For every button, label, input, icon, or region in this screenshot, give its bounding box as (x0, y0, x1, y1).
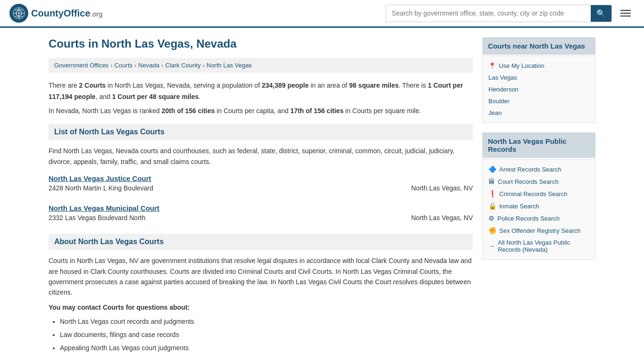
court-item-1: North Las Vegas Justice Court 2428 North… (49, 174, 473, 195)
about-list: North Las Vegas court records and judgme… (49, 315, 473, 354)
search-input[interactable] (386, 6, 591, 21)
stats-rank-end: in Courts per square mile. (344, 107, 421, 115)
stats-mid2: in an area of (309, 82, 349, 89)
stats-rank-capita: 20th of 156 cities (162, 107, 215, 115)
header-right: 🔍 (386, 5, 635, 22)
court-name-1[interactable]: North Las Vegas Justice Court (49, 174, 151, 182)
court-address-1: 2428 North Martin L King Boulevard (49, 184, 153, 192)
stats-rank-intro: In Nevada, North Las Vegas is ranked (49, 107, 162, 115)
main-content: Courts in North Las Vegas, Nevada Govern… (49, 37, 473, 354)
court-city-1: North Las Vegas, NV (411, 184, 473, 192)
court-name-2[interactable]: North Las Vegas Municipal Court (49, 204, 159, 212)
all-records-label: All North Las Vegas Public Records (Neva… (498, 239, 589, 253)
sex-offender-icon: ✊ (488, 227, 496, 234)
sidebar-court-records[interactable]: 🏛 Court Records Search (488, 175, 589, 188)
breadcrumb-clark-county[interactable]: Clark County (165, 62, 201, 69)
about-section-header: About North Las Vegas Courts (49, 234, 473, 250)
search-icon: 🔍 (596, 9, 606, 17)
breadcrumb-sep-1: › (110, 62, 112, 69)
sidebar-public-records-content: 🔷 Arrest Records Search 🏛 Court Records … (482, 159, 595, 260)
arrest-records-label: Arrest Records Search (499, 166, 561, 173)
main-layout: Courts in North Las Vegas, Nevada Govern… (39, 28, 605, 354)
sidebar-police-records[interactable]: ⚙ Police Records Search (488, 212, 589, 224)
page-title: Courts in North Las Vegas, Nevada (49, 37, 473, 50)
arrest-records-icon: 🔷 (488, 165, 496, 173)
sidebar-public-records-section: North Las Vegas Public Records 🔷 Arrest … (482, 132, 595, 260)
sex-offender-label: Sex Offender Registry Search (499, 227, 580, 234)
stats-rank-mid: in Courts per capita, and (215, 107, 290, 115)
stats-intro: There are (49, 82, 79, 89)
about-list-item-3: Appealing North Las Vegas court judgment… (60, 341, 473, 354)
stats-paragraph-1: There are 2 Courts in North Las Vegas, N… (49, 80, 473, 103)
list-section-desc: Find North Las Vegas, Nevada courts and … (49, 146, 473, 167)
sidebar-inmate-search[interactable]: 🔒 Inmate Search (488, 200, 589, 212)
stats-count: 2 Courts (79, 82, 106, 89)
stats-section: There are 2 Courts in North Las Vegas, N… (49, 80, 473, 116)
criminal-records-icon: ❗ (488, 190, 496, 197)
sidebar-all-public-records[interactable]: → All North Las Vegas Public Records (Ne… (488, 237, 589, 255)
court-city-2: North Las Vegas, NV (411, 214, 473, 222)
about-section: About North Las Vegas Courts Courts in N… (49, 234, 473, 354)
breadcrumb-sep-2: › (134, 62, 136, 69)
police-records-icon: ⚙ (488, 214, 495, 222)
breadcrumb-nevada[interactable]: Nevada (138, 62, 159, 69)
logo-text: CountyOffice.org (31, 8, 102, 19)
stats-population: 234,389 people (262, 82, 309, 89)
about-contact-label: You may contact Courts for questions abo… (49, 304, 473, 311)
about-list-item-2: Law documents, filings and case records (60, 328, 473, 341)
sidebar-nearby-boulder[interactable]: Boulder (488, 95, 589, 107)
search-container: 🔍 (386, 5, 612, 22)
list-section: List of North Las Vegas Courts Find Nort… (49, 124, 473, 224)
logo-area[interactable]: CountyOffice.org (9, 4, 102, 23)
site-header: CountyOffice.org 🔍 (0, 0, 644, 28)
search-button[interactable]: 🔍 (591, 5, 611, 22)
court-item-2: North Las Vegas Municipal Court 2332 Las… (49, 204, 473, 224)
court-records-label: Court Records Search (498, 178, 559, 185)
breadcrumb-government-offices[interactable]: Government Offices (54, 62, 108, 69)
stats-comma: , and (96, 93, 112, 100)
breadcrumb: Government Offices › Courts › Nevada › C… (49, 58, 473, 73)
sidebar-arrest-records[interactable]: 🔷 Arrest Records Search (488, 163, 589, 175)
stats-area: 98 square miles (349, 82, 398, 89)
breadcrumb-courts[interactable]: Courts (115, 62, 132, 69)
stats-period: . There is (398, 82, 428, 89)
sidebar-nearby-section: Courts near North Las Vegas 📍 Use My Loc… (482, 37, 595, 123)
inmate-search-icon: 🔒 (488, 202, 496, 210)
police-records-label: Police Records Search (497, 215, 560, 222)
sidebar: Courts near North Las Vegas 📍 Use My Loc… (482, 37, 595, 354)
menu-button[interactable] (617, 8, 635, 18)
stats-mid1: in North Las Vegas, Nevada, serving a po… (106, 82, 262, 89)
breadcrumb-sep-3: › (161, 62, 163, 69)
stats-period2: . (198, 93, 200, 100)
use-location-label: Use My Location (499, 62, 545, 69)
all-records-icon: → (488, 242, 495, 250)
court-address-2: 2332 Las Vegas Boulevard North (49, 214, 145, 222)
court-details-2: 2332 Las Vegas Boulevard North North Las… (49, 214, 473, 222)
list-section-header: List of North Las Vegas Courts (49, 124, 473, 140)
menu-bar-1 (620, 10, 631, 11)
stats-paragraph-2: In Nevada, North Las Vegas is ranked 20t… (49, 106, 473, 117)
sidebar-nearby-content: 📍 Use My Location Las Vegas Henderson Bo… (482, 56, 595, 123)
inmate-search-label: Inmate Search (499, 203, 539, 210)
about-list-item-1: North Las Vegas court records and judgme… (60, 315, 473, 328)
court-details-1: 2428 North Martin L King Boulevard North… (49, 184, 473, 192)
sidebar-nearby-las-vegas[interactable]: Las Vegas (488, 72, 589, 83)
sidebar-nearby-henderson[interactable]: Henderson (488, 83, 589, 95)
about-text: Courts in North Las Vegas, NV are govern… (49, 255, 473, 298)
criminal-records-label: Criminal Records Search (499, 190, 568, 197)
court-records-icon: 🏛 (488, 178, 495, 185)
stats-rank-sq: 17th of 156 cities (290, 107, 344, 115)
menu-bar-3 (620, 16, 631, 16)
sidebar-nearby-jean[interactable]: Jean (488, 107, 589, 119)
breadcrumb-north-las-vegas[interactable]: North Las Vegas (206, 62, 252, 69)
sidebar-sex-offender[interactable]: ✊ Sex Offender Registry Search (488, 224, 589, 237)
menu-bar-2 (620, 13, 631, 14)
use-location-link[interactable]: 📍 Use My Location (488, 60, 589, 72)
breadcrumb-sep-4: › (203, 62, 205, 69)
sidebar-public-records-header: North Las Vegas Public Records (482, 132, 595, 158)
location-icon: 📍 (488, 62, 496, 69)
stats-per-sq: 1 Court per 48 square miles (112, 93, 199, 100)
logo-icon (9, 4, 28, 23)
sidebar-criminal-records[interactable]: ❗ Criminal Records Search (488, 188, 589, 200)
sidebar-nearby-header: Courts near North Las Vegas (482, 37, 595, 55)
